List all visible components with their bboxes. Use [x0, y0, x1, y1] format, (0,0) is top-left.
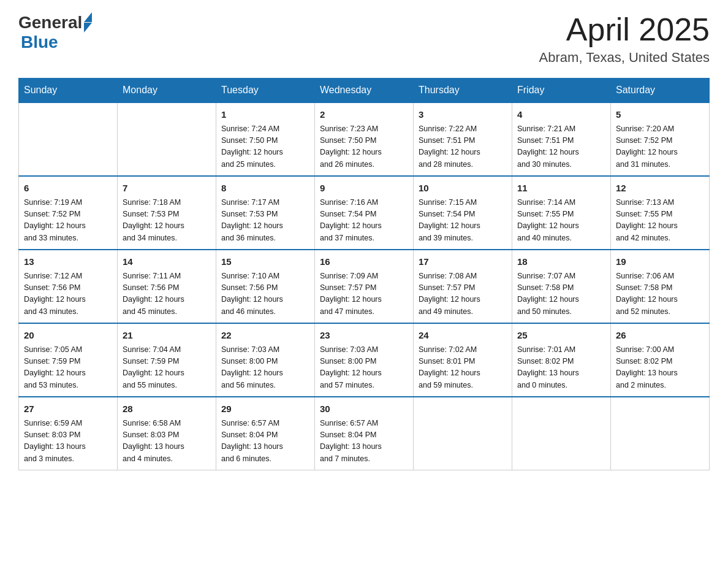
day-number: 30	[320, 402, 408, 416]
calendar-cell: 26Sunrise: 7:00 AM Sunset: 8:02 PM Dayli…	[611, 323, 710, 397]
calendar-week-row: 13Sunrise: 7:12 AM Sunset: 7:56 PM Dayli…	[19, 250, 710, 323]
day-info: Sunrise: 7:05 AM Sunset: 7:59 PM Dayligh…	[24, 344, 112, 392]
day-number: 23	[320, 329, 408, 343]
day-info: Sunrise: 7:06 AM Sunset: 7:58 PM Dayligh…	[616, 270, 704, 318]
day-info: Sunrise: 6:59 AM Sunset: 8:03 PM Dayligh…	[24, 418, 112, 465]
calendar-week-row: 20Sunrise: 7:05 AM Sunset: 7:59 PM Dayli…	[19, 323, 710, 397]
calendar-cell: 15Sunrise: 7:10 AM Sunset: 7:56 PM Dayli…	[216, 250, 315, 323]
location-title: Abram, Texas, United States	[539, 50, 710, 66]
calendar-cell: 3Sunrise: 7:22 AM Sunset: 7:51 PM Daylig…	[414, 102, 512, 176]
day-info: Sunrise: 7:18 AM Sunset: 7:53 PM Dayligh…	[123, 197, 211, 245]
month-title: April 2025	[539, 12, 710, 47]
day-info: Sunrise: 7:19 AM Sunset: 7:52 PM Dayligh…	[24, 197, 112, 245]
day-number: 13	[24, 255, 112, 269]
calendar-cell: 17Sunrise: 7:08 AM Sunset: 7:57 PM Dayli…	[414, 250, 512, 323]
calendar-cell: 4Sunrise: 7:21 AM Sunset: 7:51 PM Daylig…	[512, 102, 611, 176]
day-info: Sunrise: 7:00 AM Sunset: 8:02 PM Dayligh…	[616, 344, 704, 392]
calendar-cell: 20Sunrise: 7:05 AM Sunset: 7:59 PM Dayli…	[19, 323, 118, 397]
day-info: Sunrise: 7:22 AM Sunset: 7:51 PM Dayligh…	[419, 123, 507, 171]
day-number: 11	[517, 182, 605, 196]
day-number: 21	[123, 329, 211, 343]
day-number: 5	[616, 108, 704, 122]
day-info: Sunrise: 7:11 AM Sunset: 7:56 PM Dayligh…	[123, 270, 211, 318]
calendar-cell: 27Sunrise: 6:59 AM Sunset: 8:03 PM Dayli…	[19, 397, 118, 470]
calendar-cell: 25Sunrise: 7:01 AM Sunset: 8:02 PM Dayli…	[512, 323, 611, 397]
day-number: 24	[419, 329, 507, 343]
calendar-cell: 14Sunrise: 7:11 AM Sunset: 7:56 PM Dayli…	[118, 250, 216, 323]
day-info: Sunrise: 6:57 AM Sunset: 8:04 PM Dayligh…	[221, 418, 309, 465]
day-number: 1	[221, 108, 309, 122]
calendar-cell	[118, 102, 216, 176]
day-number: 9	[320, 182, 408, 196]
calendar-cell: 12Sunrise: 7:13 AM Sunset: 7:55 PM Dayli…	[611, 176, 710, 250]
day-number: 10	[419, 182, 507, 196]
calendar-cell	[19, 102, 118, 176]
day-info: Sunrise: 7:17 AM Sunset: 7:53 PM Dayligh…	[221, 197, 309, 245]
calendar-cell: 30Sunrise: 6:57 AM Sunset: 8:04 PM Dayli…	[315, 397, 414, 470]
day-number: 28	[123, 402, 211, 416]
day-number: 27	[24, 402, 112, 416]
calendar-cell: 11Sunrise: 7:14 AM Sunset: 7:55 PM Dayli…	[512, 176, 611, 250]
calendar-weekday-header: Sunday	[19, 79, 118, 103]
day-info: Sunrise: 7:08 AM Sunset: 7:57 PM Dayligh…	[419, 270, 507, 318]
day-number: 14	[123, 255, 211, 269]
day-info: Sunrise: 7:16 AM Sunset: 7:54 PM Dayligh…	[320, 197, 408, 245]
calendar-cell: 24Sunrise: 7:02 AM Sunset: 8:01 PM Dayli…	[414, 323, 512, 397]
calendar-cell: 5Sunrise: 7:20 AM Sunset: 7:52 PM Daylig…	[611, 102, 710, 176]
day-number: 20	[24, 329, 112, 343]
day-number: 16	[320, 255, 408, 269]
day-number: 6	[24, 182, 112, 196]
day-info: Sunrise: 6:58 AM Sunset: 8:03 PM Dayligh…	[123, 418, 211, 465]
day-info: Sunrise: 7:14 AM Sunset: 7:55 PM Dayligh…	[517, 197, 605, 245]
day-info: Sunrise: 7:02 AM Sunset: 8:01 PM Dayligh…	[419, 344, 507, 392]
day-number: 15	[221, 255, 309, 269]
calendar-cell: 6Sunrise: 7:19 AM Sunset: 7:52 PM Daylig…	[19, 176, 118, 250]
day-number: 22	[221, 329, 309, 343]
day-info: Sunrise: 7:03 AM Sunset: 8:00 PM Dayligh…	[221, 344, 309, 392]
logo: General Blue	[18, 12, 92, 52]
calendar-cell: 9Sunrise: 7:16 AM Sunset: 7:54 PM Daylig…	[315, 176, 414, 250]
calendar-cell: 18Sunrise: 7:07 AM Sunset: 7:58 PM Dayli…	[512, 250, 611, 323]
day-info: Sunrise: 7:21 AM Sunset: 7:51 PM Dayligh…	[517, 123, 605, 171]
day-info: Sunrise: 6:57 AM Sunset: 8:04 PM Dayligh…	[320, 418, 408, 465]
day-info: Sunrise: 7:04 AM Sunset: 7:59 PM Dayligh…	[123, 344, 211, 392]
calendar-cell: 23Sunrise: 7:03 AM Sunset: 8:00 PM Dayli…	[315, 323, 414, 397]
day-info: Sunrise: 7:13 AM Sunset: 7:55 PM Dayligh…	[616, 197, 704, 245]
title-section: April 2025 Abram, Texas, United States	[539, 12, 710, 66]
day-number: 17	[419, 255, 507, 269]
day-number: 26	[616, 329, 704, 343]
calendar-header-row: SundayMondayTuesdayWednesdayThursdayFrid…	[19, 79, 710, 103]
calendar-cell: 8Sunrise: 7:17 AM Sunset: 7:53 PM Daylig…	[216, 176, 315, 250]
calendar-cell: 10Sunrise: 7:15 AM Sunset: 7:54 PM Dayli…	[414, 176, 512, 250]
calendar-weekday-header: Friday	[512, 79, 611, 103]
day-number: 25	[517, 329, 605, 343]
day-number: 7	[123, 182, 211, 196]
day-number: 19	[616, 255, 704, 269]
day-info: Sunrise: 7:20 AM Sunset: 7:52 PM Dayligh…	[616, 123, 704, 171]
day-info: Sunrise: 7:10 AM Sunset: 7:56 PM Dayligh…	[221, 270, 309, 318]
calendar-weekday-header: Wednesday	[315, 79, 414, 103]
day-info: Sunrise: 7:03 AM Sunset: 8:00 PM Dayligh…	[320, 344, 408, 392]
day-info: Sunrise: 7:01 AM Sunset: 8:02 PM Dayligh…	[517, 344, 605, 392]
calendar-cell	[512, 397, 611, 470]
calendar-cell: 7Sunrise: 7:18 AM Sunset: 7:53 PM Daylig…	[118, 176, 216, 250]
logo-blue-text: Blue	[21, 33, 58, 52]
calendar-cell: 29Sunrise: 6:57 AM Sunset: 8:04 PM Dayli…	[216, 397, 315, 470]
calendar-cell: 21Sunrise: 7:04 AM Sunset: 7:59 PM Dayli…	[118, 323, 216, 397]
day-number: 3	[419, 108, 507, 122]
day-info: Sunrise: 7:23 AM Sunset: 7:50 PM Dayligh…	[320, 123, 408, 171]
logo-general-text: General	[18, 13, 82, 33]
day-number: 8	[221, 182, 309, 196]
day-info: Sunrise: 7:15 AM Sunset: 7:54 PM Dayligh…	[419, 197, 507, 245]
calendar-weekday-header: Saturday	[611, 79, 710, 103]
day-number: 2	[320, 108, 408, 122]
day-info: Sunrise: 7:12 AM Sunset: 7:56 PM Dayligh…	[24, 270, 112, 318]
day-info: Sunrise: 7:09 AM Sunset: 7:57 PM Dayligh…	[320, 270, 408, 318]
calendar-cell: 13Sunrise: 7:12 AM Sunset: 7:56 PM Dayli…	[19, 250, 118, 323]
day-number: 4	[517, 108, 605, 122]
calendar-cell	[611, 397, 710, 470]
calendar-table: SundayMondayTuesdayWednesdayThursdayFrid…	[18, 78, 710, 470]
calendar-week-row: 1Sunrise: 7:24 AM Sunset: 7:50 PM Daylig…	[19, 102, 710, 176]
calendar-cell: 19Sunrise: 7:06 AM Sunset: 7:58 PM Dayli…	[611, 250, 710, 323]
day-number: 29	[221, 402, 309, 416]
